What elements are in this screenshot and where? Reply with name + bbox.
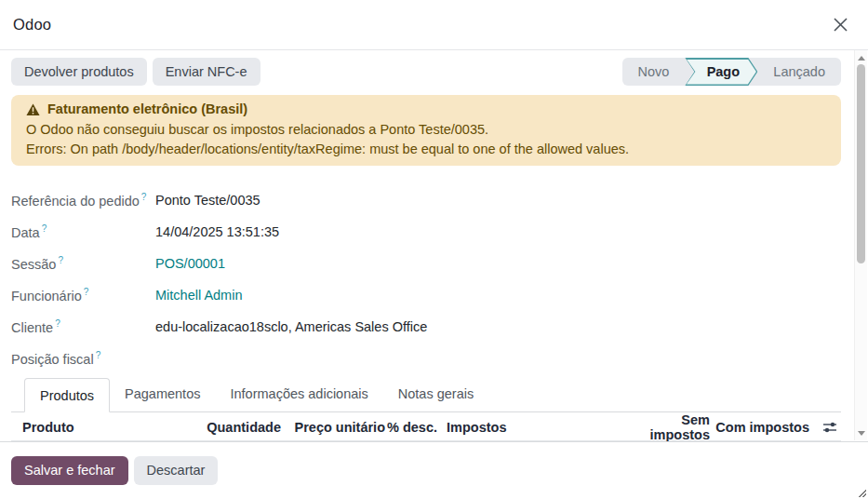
tab-produtos[interactable]: Produtos	[24, 378, 110, 412]
status-pago[interactable]: Pago	[685, 58, 757, 86]
column-header-com-impostos[interactable]: Com impostos	[710, 420, 809, 435]
column-header-preco-unitario[interactable]: Preço unitário	[281, 420, 385, 435]
tab-informacoes-adicionais[interactable]: Informações adicionais	[215, 377, 382, 411]
column-header-quantidade[interactable]: Quantidade	[194, 420, 281, 435]
help-icon: ?	[42, 223, 47, 234]
pos-order-dialog: Odoo Devolver produtos Enviar NFC-e Novo…	[0, 0, 868, 499]
dialog-footer: Salvar e fechar Descartar	[0, 441, 868, 499]
order-form: Referência do pedido? Ponto Teste/0035 D…	[11, 184, 841, 374]
column-header-desc[interactable]: % desc.	[385, 420, 437, 435]
column-header-impostos[interactable]: Impostos	[437, 420, 619, 435]
fiscal-position-input[interactable]	[155, 348, 841, 369]
status-novo[interactable]: Novo	[622, 58, 686, 86]
discard-button[interactable]: Descartar	[134, 456, 219, 485]
scrollbar-thumb[interactable]	[857, 64, 865, 263]
statusbar: Devolver produtos Enviar NFC-e Novo Pago…	[11, 58, 841, 86]
field-row-session: Sessão? POS/00001	[11, 248, 841, 279]
scroll-down-icon[interactable]	[855, 427, 868, 438]
notebook-tabs: Produtos Pagamentos Informações adiciona…	[11, 376, 841, 412]
help-icon: ?	[141, 192, 147, 202]
products-table-header: Produto Quantidade Preço unitário % desc…	[11, 412, 841, 441]
field-label: Data?	[11, 223, 155, 240]
warning-alert-line: Errors: On path /body/header/locations/e…	[26, 140, 826, 160]
status-pago-arrow: Pago	[687, 60, 756, 85]
warning-alert: Faturamento eletrônico (Brasil) O Odoo n…	[11, 95, 841, 166]
customer-value[interactable]: edu-localizacao18sclo, Americas Sales Of…	[155, 319, 427, 334]
help-icon: ?	[96, 350, 101, 360]
session-link[interactable]: POS/00001	[155, 256, 225, 271]
vertical-scrollbar[interactable]	[854, 50, 867, 440]
dialog-body: Devolver produtos Enviar NFC-e Novo Pago…	[0, 50, 854, 441]
field-label: Referência do pedido?	[11, 192, 155, 209]
resize-grip-icon[interactable]	[859, 490, 866, 497]
help-icon: ?	[55, 318, 60, 329]
field-label: Funcionário?	[11, 287, 155, 303]
status-lancado[interactable]: Lançado	[757, 58, 841, 86]
send-nfce-button[interactable]: Enviar NFC-e	[153, 58, 260, 86]
dialog-header: Odoo	[0, 0, 868, 50]
column-header-produto[interactable]: Produto	[22, 420, 194, 435]
status-widget: Novo Pago Lançado	[622, 58, 842, 86]
field-row-date: Data? 14/04/2025 13:51:35	[11, 216, 841, 248]
order-ref-value[interactable]: Ponto Teste/0035	[155, 193, 260, 208]
column-header-sem-impostos[interactable]: Sem impostos	[619, 412, 710, 442]
warning-alert-title-row: Faturamento eletrônico (Brasil)	[26, 100, 826, 120]
field-label: Posição fiscal?	[11, 350, 155, 367]
field-row-order-ref: Referência do pedido? Ponto Teste/0035	[11, 184, 841, 216]
warning-alert-title: Faturamento eletrônico (Brasil)	[47, 100, 247, 120]
dialog-title: Odoo	[13, 16, 51, 34]
status-pago-label: Pago	[703, 64, 740, 79]
field-row-customer: Cliente? edu-localizacao18sclo, Americas…	[11, 311, 841, 343]
employee-link[interactable]: Mitchell Admin	[155, 288, 242, 303]
field-label: Sessão?	[11, 255, 155, 272]
warning-alert-line: O Odoo não conseguiu buscar os impostos …	[26, 120, 826, 141]
field-row-employee: Funcionário? Mitchell Admin	[11, 279, 841, 311]
sliders-icon	[822, 421, 837, 434]
optional-columns-toggle[interactable]	[809, 421, 837, 434]
warning-triangle-icon	[26, 103, 40, 116]
save-and-close-button[interactable]: Salvar e fechar	[11, 456, 128, 485]
field-row-fiscal-position: Posição fiscal?	[11, 343, 841, 374]
field-label: Cliente?	[11, 318, 155, 335]
return-products-button[interactable]: Devolver produtos	[11, 58, 147, 86]
close-icon[interactable]	[827, 12, 853, 38]
help-icon: ?	[84, 287, 89, 297]
tab-notas-gerais[interactable]: Notas gerais	[383, 377, 488, 411]
scroll-up-icon[interactable]	[855, 52, 868, 63]
date-value[interactable]: 14/04/2025 13:51:35	[155, 224, 279, 239]
tab-pagamentos[interactable]: Pagamentos	[110, 377, 215, 411]
x-close-icon	[833, 17, 848, 33]
help-icon: ?	[58, 255, 63, 265]
